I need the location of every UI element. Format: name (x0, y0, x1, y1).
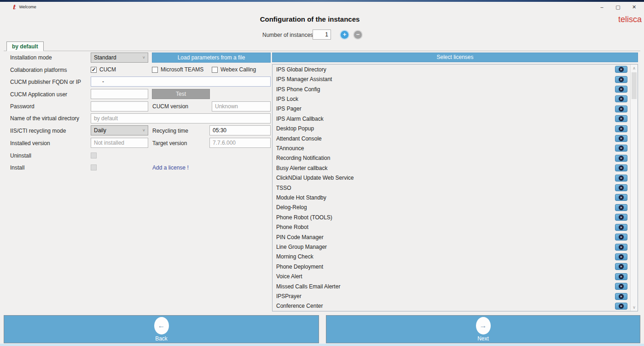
titlebar: t Welcome – ▢ ✕ (0, 2, 644, 12)
license-toggle-button[interactable]: ✕ (615, 135, 627, 142)
license-toggle-button[interactable]: ✕ (615, 95, 627, 102)
installation-mode-label: Installation mode (10, 54, 52, 61)
cucm-app-user-label: CUCM Application user (10, 91, 67, 98)
instances-input[interactable] (313, 29, 331, 40)
prohibit-icon: ✕ (619, 146, 624, 151)
license-label: Conference Center (276, 303, 323, 309)
license-toggle-button[interactable]: ✕ (615, 293, 627, 300)
license-rows: IPS Global Directory ✕ IPS Manager Assis… (273, 65, 630, 311)
cucm-version-label: CUCM version (152, 103, 188, 110)
platform-checkbox[interactable]: Microsoft TEAMS (152, 66, 212, 73)
cucm-app-user-input[interactable] (91, 89, 148, 99)
license-label: Phone Robot (TOOLS) (276, 214, 332, 221)
license-toggle-button[interactable]: ✕ (615, 283, 627, 290)
license-toggle-button[interactable]: ✕ (615, 253, 627, 260)
chevron-down-icon: ˅ (143, 128, 145, 133)
cucm-publisher-input[interactable] (91, 76, 271, 87)
app-window: t Welcome – ▢ ✕ Configuration of the ins… (0, 0, 644, 344)
license-scrollbar[interactable]: ∧ ∨ (630, 65, 638, 311)
license-row: Phone Robot ✕ (273, 223, 630, 232)
test-button[interactable]: Test (152, 89, 210, 99)
installation-mode-select[interactable]: Standard ˅ (91, 53, 148, 63)
license-toggle-button[interactable]: ✕ (615, 164, 627, 171)
prohibit-icon: ✕ (619, 284, 624, 289)
license-row: PIN Code Manager ✕ (273, 232, 630, 242)
install-checkbox[interactable] (91, 164, 97, 170)
virtual-directory-input[interactable] (91, 113, 271, 123)
window-controls: – ▢ ✕ (594, 2, 642, 12)
prohibit-icon: ✕ (619, 254, 624, 259)
platform-label: Webex Calling (220, 66, 256, 73)
license-toggle-button[interactable]: ✕ (615, 214, 627, 221)
recycling-time-input[interactable] (209, 125, 271, 135)
uninstall-checkbox[interactable] (91, 152, 97, 158)
prohibit-icon: ✕ (619, 136, 624, 141)
license-label: Busy Alerter callback (276, 165, 327, 171)
prohibit-icon: ✕ (619, 116, 624, 121)
license-row: Morning Check ✕ (273, 252, 630, 262)
minimize-button[interactable]: – (594, 2, 610, 12)
license-toggle-button[interactable]: ✕ (615, 234, 627, 240)
installed-version-input (91, 138, 148, 148)
page-title: Configuration of the instances (0, 15, 620, 23)
license-label: IPS Global Directory (276, 66, 326, 73)
next-button[interactable]: → Next (326, 315, 640, 343)
license-toggle-button[interactable]: ✕ (615, 194, 627, 201)
license-toggle-button[interactable]: ✕ (615, 125, 627, 132)
back-button-label: Back (155, 335, 168, 342)
license-label: Line Group Manager (276, 244, 327, 250)
tab-by-default[interactable]: by default (6, 41, 44, 51)
app-logo-icon: t (12, 4, 15, 10)
prohibit-icon: ✕ (619, 185, 624, 190)
license-toggle-button[interactable]: ✕ (615, 273, 627, 280)
prohibit-icon: ✕ (619, 274, 624, 279)
license-list: IPS Global Directory ✕ IPS Manager Assis… (272, 64, 638, 311)
add-instance-button[interactable]: + (341, 31, 348, 39)
brand-logo: telisca (618, 15, 642, 24)
license-toggle-button[interactable]: ✕ (615, 145, 627, 152)
license-toggle-button[interactable]: ✕ (615, 175, 627, 182)
load-parameters-button[interactable]: Load parameters from a file (152, 53, 271, 63)
scroll-up-icon[interactable]: ∧ (631, 65, 638, 72)
chevron-down-icon: ˅ (143, 55, 145, 60)
license-toggle-button[interactable]: ✕ (615, 66, 627, 73)
prohibit-icon: ✕ (619, 225, 624, 230)
license-toggle-button[interactable]: ✕ (615, 115, 627, 122)
prohibit-icon: ✕ (619, 264, 624, 269)
license-row: IPS Lock ✕ (273, 94, 630, 104)
collaboration-platforms-label: Collaboration platforms (10, 67, 67, 73)
prohibit-icon: ✕ (619, 235, 624, 240)
password-input[interactable] (91, 101, 148, 111)
license-row: Conference Center ✕ (273, 301, 630, 311)
installed-version-label: Installed version (10, 140, 50, 147)
license-label: Module Hot Standby (276, 194, 326, 201)
license-toggle-button[interactable]: ✕ (615, 224, 627, 231)
license-toggle-button[interactable]: ✕ (615, 184, 627, 191)
license-row: ClickNDial Update Web Service ✕ (273, 173, 630, 182)
back-button[interactable]: ← Back (4, 315, 319, 343)
add-license-link[interactable]: Add a license ! (152, 164, 189, 171)
license-row: Voice Alert ✕ (273, 272, 630, 281)
scrollbar-thumb[interactable] (632, 72, 637, 99)
license-toggle-button[interactable]: ✕ (615, 204, 627, 211)
scroll-down-icon[interactable]: ∨ (631, 304, 638, 311)
target-version-input (209, 138, 271, 148)
license-toggle-button[interactable]: ✕ (615, 263, 627, 270)
remove-instance-button[interactable]: − (354, 31, 362, 39)
checkbox-icon (212, 67, 218, 73)
close-button[interactable]: ✕ (626, 2, 642, 12)
platform-checkbox[interactable]: ✓ CUCM (91, 66, 152, 73)
license-toggle-button[interactable]: ✕ (615, 244, 627, 251)
license-toggle-button[interactable]: ✕ (615, 86, 627, 93)
license-row: Phone Robot (TOOLS) ✕ (273, 212, 630, 222)
license-toggle-button[interactable]: ✕ (615, 303, 627, 310)
license-toggle-button[interactable]: ✕ (615, 76, 627, 83)
license-toggle-button[interactable]: ✕ (615, 106, 627, 112)
prohibit-icon: ✕ (619, 215, 624, 220)
platform-checkbox[interactable]: Webex Calling (212, 66, 276, 73)
license-toggle-button[interactable]: ✕ (615, 155, 627, 162)
license-row: TAnnounce ✕ (273, 143, 630, 153)
license-row: IPSPrayer ✕ (273, 291, 630, 301)
recycling-mode-select[interactable]: Daily ˅ (91, 125, 148, 135)
maximize-button[interactable]: ▢ (610, 2, 626, 12)
